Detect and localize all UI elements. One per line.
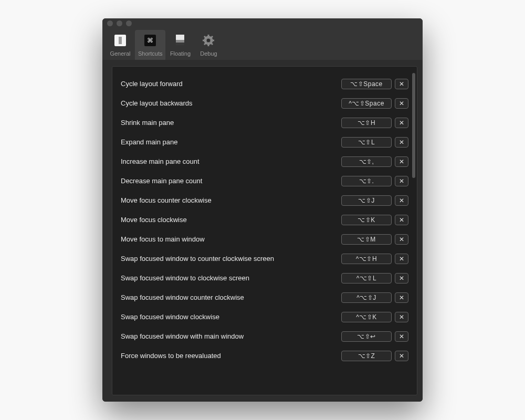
shortcut-controls: ⌥⇧J✕ <box>341 195 408 206</box>
shortcut-recorder[interactable]: ^⌥⇧Space <box>341 98 392 109</box>
clear-shortcut-button[interactable]: ✕ <box>395 156 408 167</box>
shortcut-label: Move focus to main window <box>121 235 341 243</box>
tab-shortcuts[interactable]: ⌘ Shortcuts <box>135 30 165 60</box>
shortcut-label: Move focus counter clockwise <box>121 196 341 204</box>
shortcut-controls: ⌥⇧↩✕ <box>341 331 408 342</box>
shortcut-recorder[interactable]: ^⌥⇧L <box>341 273 392 284</box>
shortcut-label: Cycle layout forward <box>121 80 341 88</box>
shortcut-row: Move focus to main window⌥⇧M✕ <box>121 229 408 249</box>
svg-point-13 <box>207 39 211 43</box>
shortcut-row: Swap focused window to clockwise screen^… <box>121 268 408 288</box>
shortcut-recorder[interactable]: ⌥⇧K <box>341 215 392 225</box>
shortcut-recorder[interactable]: ⌥⇧, <box>341 156 392 167</box>
scrollbar-thumb[interactable] <box>412 73 415 178</box>
clear-shortcut-button[interactable]: ✕ <box>395 176 408 186</box>
clear-shortcut-button[interactable]: ✕ <box>395 118 408 128</box>
shortcut-label: Cycle layout backwards <box>121 99 341 107</box>
shortcut-controls: ⌥⇧L✕ <box>341 137 408 148</box>
shortcut-label: Swap focused window with main window <box>121 332 341 340</box>
shortcut-row: Increase main pane count⌥⇧,✕ <box>121 152 408 171</box>
content-area: Cycle layout forward⌥⇧Space✕Cycle layout… <box>102 60 423 402</box>
shortcut-controls: ^⌥⇧Space✕ <box>341 98 408 109</box>
shortcut-controls: ^⌥⇧J✕ <box>341 292 408 303</box>
debug-icon <box>200 32 217 49</box>
tab-general[interactable]: General <box>107 30 134 60</box>
tab-floating[interactable]: Floating <box>166 30 194 60</box>
general-icon <box>112 32 129 49</box>
shortcut-controls: ⌥⇧H✕ <box>341 118 408 128</box>
shortcut-row: Decrease main pane count⌥⇧.✕ <box>121 171 408 191</box>
close-traffic-light[interactable] <box>107 20 113 26</box>
shortcut-recorder[interactable]: ⌥⇧Z <box>341 351 392 361</box>
shortcut-recorder[interactable]: ⌥⇧. <box>341 176 392 186</box>
shortcut-recorder[interactable]: ⌥⇧L <box>341 137 392 148</box>
shortcut-controls: ⌥⇧K✕ <box>341 215 408 225</box>
shortcut-controls: ⌥⇧.✕ <box>341 176 408 186</box>
clear-shortcut-button[interactable]: ✕ <box>395 254 408 264</box>
shortcut-label: Swap focused window counter clockwise <box>121 293 341 301</box>
shortcut-row: Force windows to be reevaluated⌥⇧Z✕ <box>121 346 408 365</box>
shortcut-row: Move focus counter clockwise⌥⇧J✕ <box>121 191 408 210</box>
clear-shortcut-button[interactable]: ✕ <box>395 137 408 148</box>
clear-shortcut-button[interactable]: ✕ <box>395 331 408 342</box>
clear-shortcut-button[interactable]: ✕ <box>395 234 408 245</box>
shortcuts-list: Cycle layout forward⌥⇧Space✕Cycle layout… <box>112 67 417 365</box>
clear-shortcut-button[interactable]: ✕ <box>395 312 408 322</box>
shortcut-label: Force windows to be reevaluated <box>121 352 341 360</box>
shortcut-row: Cycle layout forward⌥⇧Space✕ <box>121 74 408 93</box>
tab-label: Shortcuts <box>138 50 162 57</box>
titlebar <box>102 18 423 28</box>
shortcut-row: Swap focused window with main window⌥⇧↩✕ <box>121 327 408 346</box>
shortcut-label: Swap focused window to counter clockwise… <box>121 255 341 262</box>
shortcut-controls: ⌥⇧Space✕ <box>341 79 408 89</box>
shortcut-label: Shrink main pane <box>121 119 341 127</box>
shortcut-controls: ^⌥⇧K✕ <box>341 312 408 322</box>
tab-label: Floating <box>170 50 191 57</box>
shortcut-controls: ^⌥⇧H✕ <box>341 254 408 264</box>
shortcut-row: Move focus clockwise⌥⇧K✕ <box>121 210 408 229</box>
tab-label: Debug <box>200 50 217 57</box>
shortcut-recorder[interactable]: ⌥⇧H <box>341 118 392 128</box>
svg-rect-1 <box>119 37 122 44</box>
tab-debug[interactable]: Debug <box>195 30 222 60</box>
shortcut-recorder[interactable]: ⌥⇧↩ <box>341 331 392 342</box>
shortcut-label: Swap focused window clockwise <box>121 313 341 321</box>
shortcut-row: Expand main pane⌥⇧L✕ <box>121 132 408 152</box>
shortcut-recorder[interactable]: ⌥⇧J <box>341 195 392 206</box>
clear-shortcut-button[interactable]: ✕ <box>395 195 408 206</box>
floating-icon <box>172 32 188 49</box>
shortcut-row: Swap focused window clockwise^⌥⇧K✕ <box>121 307 408 327</box>
shortcut-controls: ^⌥⇧L✕ <box>341 273 408 284</box>
clear-shortcut-button[interactable]: ✕ <box>395 292 408 303</box>
svg-text:⌘: ⌘ <box>147 37 153 44</box>
shortcut-controls: ⌥⇧Z✕ <box>341 351 408 361</box>
preferences-window: General ⌘ Shortcuts Floating <box>102 18 423 402</box>
shortcut-row: Swap focused window counter clockwise^⌥⇧… <box>121 288 408 307</box>
shortcut-recorder[interactable]: ^⌥⇧H <box>341 254 392 264</box>
toolbar: General ⌘ Shortcuts Floating <box>102 28 423 60</box>
minimize-traffic-light[interactable] <box>117 20 122 26</box>
shortcuts-panel: Cycle layout forward⌥⇧Space✕Cycle layout… <box>112 66 417 395</box>
shortcut-controls: ⌥⇧,✕ <box>341 156 408 167</box>
clear-shortcut-button[interactable]: ✕ <box>395 273 408 284</box>
shortcut-row: Cycle layout backwards^⌥⇧Space✕ <box>121 93 408 113</box>
clear-shortcut-button[interactable]: ✕ <box>395 351 408 361</box>
clear-shortcut-button[interactable]: ✕ <box>395 98 408 109</box>
zoom-traffic-light[interactable] <box>126 20 132 26</box>
shortcut-recorder[interactable]: ⌥⇧M <box>341 234 392 245</box>
shortcut-recorder[interactable]: ⌥⇧Space <box>341 79 392 89</box>
shortcut-row: Shrink main pane⌥⇧H✕ <box>121 113 408 132</box>
clear-shortcut-button[interactable]: ✕ <box>395 215 408 225</box>
shortcut-controls: ⌥⇧M✕ <box>341 234 408 245</box>
shortcut-label: Move focus clockwise <box>121 216 341 224</box>
clear-shortcut-button[interactable]: ✕ <box>395 79 408 89</box>
shortcut-recorder[interactable]: ^⌥⇧K <box>341 312 392 322</box>
svg-rect-6 <box>176 35 184 40</box>
shortcut-row: Swap focused window to counter clockwise… <box>121 249 408 268</box>
shortcut-label: Expand main pane <box>121 138 341 146</box>
shortcut-label: Swap focused window to clockwise screen <box>121 274 341 282</box>
shortcut-recorder[interactable]: ^⌥⇧J <box>341 292 392 303</box>
shortcut-label: Decrease main pane count <box>121 177 341 185</box>
shortcuts-icon: ⌘ <box>142 32 159 49</box>
shortcut-label: Increase main pane count <box>121 158 341 165</box>
